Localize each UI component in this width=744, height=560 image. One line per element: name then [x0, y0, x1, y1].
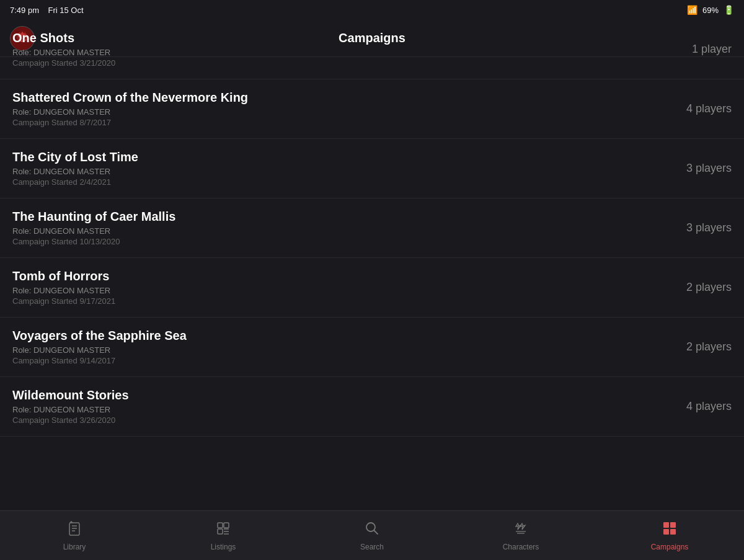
campaign-item[interactable]: Tomb of Horrors Role: DUNGEON MASTER Cam… [0, 258, 744, 318]
battery-icon: 🔋 [724, 5, 734, 15]
campaign-item[interactable]: The City of Lost Time Role: DUNGEON MAST… [0, 139, 744, 198]
campaign-role: Role: DUNGEON MASTER [12, 286, 657, 295]
campaign-player-count: 2 players [657, 281, 732, 294]
campaign-info: Voyagers of the Sapphire Sea Role: DUNGE… [12, 329, 657, 365]
campaign-info: Shattered Crown of the Nevermore King Ro… [12, 91, 657, 127]
characters-icon [513, 520, 529, 540]
campaign-player-count: 3 players [657, 221, 732, 234]
campaign-player-count: 2 players [657, 340, 732, 353]
wifi-icon: 📶 [687, 5, 698, 15]
status-time-date: 7:49 pm Fri 15 Oct [10, 6, 84, 15]
tab-campaigns-label: Campaigns [651, 543, 689, 551]
tab-search-label: Search [360, 543, 384, 551]
campaign-date: Campaign Started 10/13/2020 [12, 237, 657, 246]
svg-rect-12 [218, 529, 223, 534]
campaign-info: Wildemount Stories Role: DUNGEON MASTER … [12, 388, 657, 425]
campaign-list: One Shots Role: DUNGEON MASTER Campaign … [0, 20, 744, 510]
campaign-name: Shattered Crown of the Nevermore King [12, 91, 657, 105]
battery-percentage: 69% [702, 6, 719, 15]
campaign-name: Tomb of Horrors [12, 269, 657, 283]
campaign-name: The City of Lost Time [12, 150, 657, 164]
svg-rect-10 [218, 523, 223, 528]
campaign-role: Role: DUNGEON MASTER [12, 345, 657, 355]
tab-listings[interactable]: Listings [149, 515, 298, 556]
svg-rect-22 [663, 529, 669, 535]
tab-campaigns[interactable]: Campaigns [595, 515, 744, 556]
tab-listings-label: Listings [211, 543, 236, 551]
campaign-player-count: 4 players [657, 102, 732, 115]
tab-bar: Library Listings Search [0, 510, 744, 560]
campaign-date: Campaign Started 9/14/2017 [12, 356, 657, 365]
campaign-name: Voyagers of the Sapphire Sea [12, 329, 657, 343]
campaign-date: Campaign Started 2/4/2021 [12, 177, 657, 187]
campaign-info: The Haunting of Caer Mallis Role: DUNGEO… [12, 210, 657, 246]
campaign-item[interactable]: Voyagers of the Sapphire Sea Role: DUNGE… [0, 318, 744, 377]
campaign-date: Campaign Started 3/21/2020 [12, 58, 657, 68]
campaign-player-count: 4 players [657, 400, 732, 413]
tab-characters[interactable]: Characters [446, 515, 595, 556]
search-icon [364, 520, 380, 540]
campaign-date: Campaign Started 3/26/2020 [12, 416, 657, 425]
campaign-item[interactable]: The Haunting of Caer Mallis Role: DUNGEO… [0, 198, 744, 258]
campaign-name: One Shots [12, 31, 657, 45]
campaign-role: Role: DUNGEON MASTER [12, 167, 657, 176]
status-time: 7:49 pm [10, 6, 39, 15]
campaign-name: Wildemount Stories [12, 388, 657, 402]
campaign-date: Campaign Started 8/7/2017 [12, 118, 657, 127]
campaign-item[interactable]: Shattered Crown of the Nevermore King Ro… [0, 79, 744, 139]
campaign-date: Campaign Started 9/17/2021 [12, 296, 657, 306]
campaign-role: Role: DUNGEON MASTER [12, 226, 657, 236]
listings-icon [215, 520, 231, 540]
campaign-player-count: 3 players [657, 162, 732, 175]
svg-line-17 [374, 530, 378, 534]
tab-characters-label: Characters [503, 543, 539, 551]
campaign-name: The Haunting of Caer Mallis [12, 210, 657, 224]
campaign-item[interactable]: Wildemount Stories Role: DUNGEON MASTER … [0, 377, 744, 437]
campaign-role: Role: DUNGEON MASTER [12, 405, 657, 414]
campaign-info: The City of Lost Time Role: DUNGEON MAST… [12, 150, 657, 187]
status-date: Fri 15 Oct [48, 6, 83, 15]
campaign-item[interactable]: One Shots Role: DUNGEON MASTER Campaign … [0, 20, 744, 79]
campaigns-icon [662, 520, 678, 540]
campaign-role: Role: DUNGEON MASTER [12, 107, 657, 117]
tab-library-label: Library [63, 543, 86, 551]
campaign-role: Role: DUNGEON MASTER [12, 48, 657, 57]
library-icon [66, 520, 82, 540]
campaign-player-count: 1 player [657, 43, 732, 56]
svg-rect-21 [670, 522, 676, 528]
campaign-info: Tomb of Horrors Role: DUNGEON MASTER Cam… [12, 269, 657, 306]
campaign-info: One Shots Role: DUNGEON MASTER Campaign … [12, 31, 657, 68]
svg-rect-23 [670, 529, 676, 535]
tab-search[interactable]: Search [298, 515, 446, 556]
svg-rect-20 [663, 522, 669, 528]
status-bar: 7:49 pm Fri 15 Oct 📶 69% 🔋 [0, 0, 744, 20]
svg-rect-11 [224, 523, 229, 528]
tab-library[interactable]: Library [0, 515, 149, 556]
status-indicators: 📶 69% 🔋 [687, 5, 734, 15]
